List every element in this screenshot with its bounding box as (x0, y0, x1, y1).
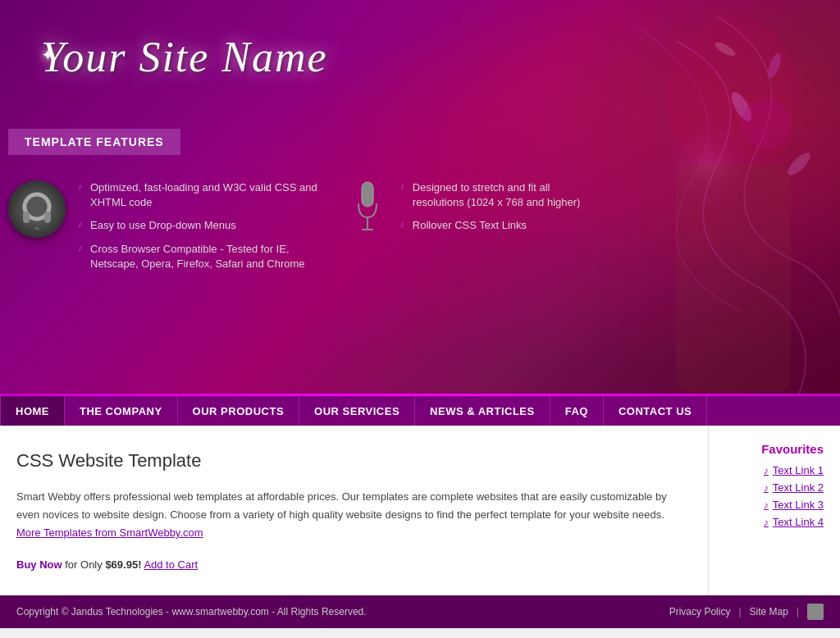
feature-list-1: Optimized, fast-loading and W3C valid CS… (78, 180, 322, 271)
music-note-icon: ♪ (764, 482, 769, 494)
sidebar-links: ♪Text Link 1♪Text Link 2♪Text Link 3♪Tex… (725, 464, 824, 528)
content-area: CSS Website Template Smart Webby offers … (0, 426, 709, 595)
svg-rect-7 (23, 212, 30, 223)
features-content: Optimized, fast-loading and W3C valid CS… (8, 180, 582, 280)
nav-item-home[interactable]: HOME (0, 396, 65, 426)
nav-item-the-company[interactable]: THE COMPANY (65, 396, 178, 426)
music-note-icon: ♪ (764, 499, 769, 511)
sidebar-link-3[interactable]: ♪Text Link 3 (725, 499, 824, 511)
sidebar-link-1[interactable]: ♪Text Link 1 (725, 464, 824, 476)
main-body-text: Smart Webby offers professional web temp… (16, 488, 692, 542)
privacy-policy-link[interactable]: Privacy Policy (669, 606, 731, 617)
navbar: HOMETHE COMPANYOUR PRODUCTSOUR SERVICESN… (0, 396, 840, 426)
main-wrapper: CSS Website Template Smart Webby offers … (0, 426, 840, 595)
features-badge-text: TEMPLATE FEATURES (25, 135, 164, 148)
footer-copyright: Copyright © Jandus Technologies - www.sm… (16, 606, 367, 617)
template-features-badge: TEMPLATE FEATURES (8, 129, 180, 155)
logo-area: Your Site Name (41, 33, 328, 81)
sidebar-link-2[interactable]: ♪Text Link 2 (725, 481, 824, 494)
svg-point-13 (668, 16, 799, 180)
sidebar-link-label: Text Link 1 (773, 464, 824, 476)
feature-item: Cross Browser Compatible - Tested for IE… (78, 242, 322, 271)
nav-item-our-products[interactable]: OUR PRODUCTS (178, 396, 299, 426)
site-name: Your Site Name (41, 34, 328, 80)
sidebar-link-4[interactable]: ♪Text Link 4 (725, 516, 824, 528)
music-note-icon: ♪ (764, 517, 769, 528)
buy-now-prefix: for Only (65, 558, 105, 571)
nav-item-news--articles[interactable]: NEWS & ARTICLES (415, 396, 550, 426)
buy-now-section: Buy Now for Only $69.95! Add to Cart (16, 558, 692, 571)
svg-point-9 (34, 227, 39, 230)
svg-rect-10 (362, 182, 373, 207)
header: ✦ Your Site Name TEMPLATE FEATURES Optim… (0, 0, 840, 394)
buy-now-link[interactable]: Buy Now (16, 558, 62, 571)
add-to-cart-link[interactable]: Add to Cart (144, 558, 198, 571)
footer-icon (807, 604, 824, 620)
site-map-link[interactable]: Site Map (750, 606, 788, 617)
feature-item: Easy to use Drop-down Menus (78, 218, 322, 233)
footer-divider-2: | (797, 606, 799, 617)
person-decoration (553, 0, 840, 394)
favourites-title: Favourites (725, 442, 824, 456)
nav-item-our-services[interactable]: OUR SERVICES (299, 396, 415, 426)
sidebar-link-label: Text Link 3 (773, 499, 824, 511)
mic-icon (347, 180, 388, 238)
feature-col1: Optimized, fast-loading and W3C valid CS… (8, 180, 322, 280)
nav-item-contact-us[interactable]: CONTACT US (604, 396, 707, 426)
sidebar-link-label: Text Link 4 (773, 516, 824, 528)
footer: Copyright © Jandus Technologies - www.sm… (0, 595, 840, 628)
feature-item: Optimized, fast-loading and W3C valid CS… (78, 180, 322, 210)
more-templates-link[interactable]: More Templates from SmartWebby.com (16, 526, 203, 539)
nav-item-faq[interactable]: FAQ (550, 396, 604, 426)
price-label: $69.95! (105, 558, 141, 571)
footer-links: Privacy Policy | Site Map | (669, 604, 824, 620)
music-note-icon: ♪ (764, 465, 769, 476)
footer-divider: | (738, 606, 741, 617)
sidebar: Favourites ♪Text Link 1♪Text Link 2♪Text… (709, 426, 840, 595)
svg-rect-14 (676, 164, 791, 394)
feature-col2: Designed to stretch and fit all resoluti… (347, 180, 582, 280)
sidebar-link-label: Text Link 2 (773, 481, 824, 494)
svg-rect-8 (44, 212, 51, 223)
page-title: CSS Website Template (16, 450, 692, 472)
headphone-icon (8, 180, 66, 238)
body-text-span: Smart Webby offers professional web temp… (16, 490, 667, 521)
feature-list-col1: Optimized, fast-loading and W3C valid CS… (78, 180, 322, 280)
